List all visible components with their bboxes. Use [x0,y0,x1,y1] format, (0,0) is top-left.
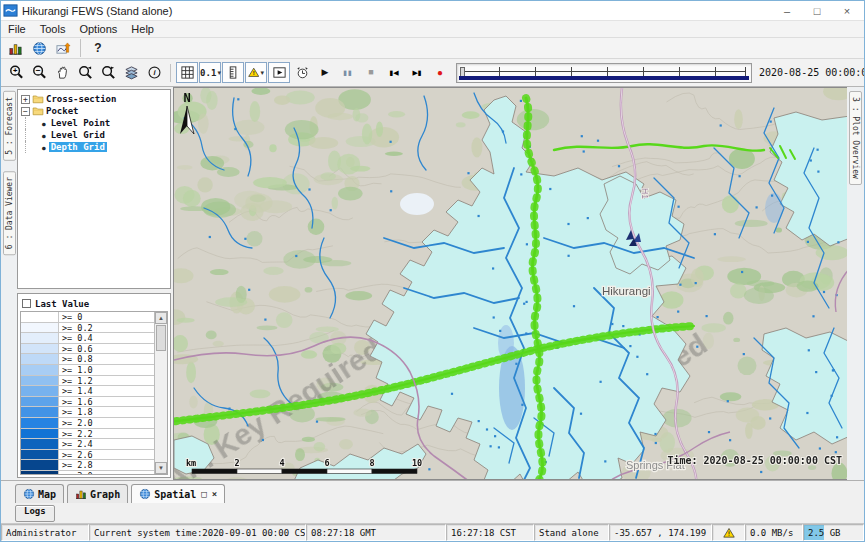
tab-map-label: Map [38,489,56,500]
zoom-previous-icon[interactable] [74,62,96,83]
map-canvas[interactable]: API Key Required API Key Required [174,88,847,480]
map-toolbar: + − i 0.1▾ !▾ ▶ ▮▮ ■ ▮◀ ▶▮ ● 2020-08-25 … [1,59,864,87]
status-memory: 2.5 GB [803,524,864,541]
tree-leaf-level-grid[interactable]: ● Level Grid [20,129,168,141]
legend-scrollbar[interactable]: ▲ ▼ [154,312,167,474]
zoom-next-icon[interactable] [97,62,119,83]
last-value-checkbox-row[interactable]: Last Value [20,296,168,311]
chevron-down-icon: ▾ [217,69,221,77]
status-transfer-rate: 0.0 MB/s [745,524,803,541]
bar-chart-icon [75,488,87,500]
tab-forecast[interactable]: 5 : Forecast [3,91,16,161]
status-warning[interactable]: ! [712,524,745,541]
record-button[interactable]: ● [429,62,451,83]
menu-file[interactable]: File [1,22,33,36]
logs-row: Logs [1,503,864,524]
expand-icon[interactable]: + [21,95,30,104]
tree-leaf-label[interactable]: Level Point [49,118,113,128]
legend-row: >= 0.2 [21,323,154,334]
legend-row: >= 0.8 [21,354,154,365]
time-slider-track [463,71,745,72]
layers-tree[interactable]: + Cross-section − Pocket ● Level Point ● [17,89,171,289]
layers-icon[interactable] [120,62,142,83]
legend-row: >= 1.4 [21,386,154,397]
tree-leaf-label-selected[interactable]: Depth Grid [49,142,107,152]
time-series-display-icon[interactable] [52,38,74,59]
grid-display-icon[interactable] [176,62,198,83]
tree-node-cross-section[interactable]: + Cross-section [20,93,168,105]
contour-threshold-dropdown[interactable]: 0.1▾ [199,62,221,83]
tree-node-pocket[interactable]: − Pocket [20,105,168,117]
skip-to-start-button[interactable]: ▮◀ [383,62,405,83]
tree-leaf-level-point[interactable]: ● Level Point [20,117,168,129]
legend-swatch [21,344,59,354]
zoom-out-icon[interactable]: − [28,62,50,83]
logs-button[interactable]: Logs [15,505,55,522]
scroll-up-icon[interactable]: ▲ [155,312,167,324]
legend-row: >= 0.6 [21,344,154,355]
map-viewport[interactable]: API Key Required API Key Required [173,87,847,480]
globe-icon [23,488,35,500]
thresholds-warning-dropdown[interactable]: !▾ [245,62,267,83]
scroll-thumb[interactable] [156,325,166,351]
tab-plot-overview[interactable]: 3 : Plot Overview [849,91,862,185]
pan-icon[interactable] [51,62,73,83]
menu-tools[interactable]: Tools [33,22,73,36]
skip-to-end-button[interactable]: ▶▮ [406,62,428,83]
tab-data-viewer[interactable]: 6 : Data Viewer [3,171,16,255]
menu-help[interactable]: Help [124,22,161,36]
tab-spatial[interactable]: Spatial □ × [131,484,225,503]
animation-icon[interactable] [268,62,290,83]
help-icon[interactable]: ? [87,38,109,59]
tree-leaf-depth-grid[interactable]: ● Depth Grid [20,141,168,153]
toolbar-separator [80,39,81,57]
legend-row: >= 2.4 [21,439,154,450]
tree-node-label[interactable]: Pocket [44,106,81,116]
time-step-icon[interactable] [291,62,313,83]
left-tab-strip: 5 : Forecast 6 : Data Viewer [1,87,17,480]
spatial-display-icon[interactable] [28,38,50,59]
left-panel: + Cross-section − Pocket ● Level Point ● [17,87,173,480]
tab-close-icon[interactable]: × [212,489,217,499]
legend-swatch [21,365,59,375]
tree-connector [25,129,39,141]
tree-node-label[interactable]: Cross-section [44,94,118,104]
tree-leaf-label[interactable]: Level Grid [49,130,107,140]
explorer-icon[interactable] [4,38,26,59]
legend-label: >= 0.4 [59,333,154,343]
legend-label: >= 2.2 [59,429,154,439]
town-label: Hikurangi [602,285,651,297]
stop-button[interactable]: ■ [360,62,382,83]
tab-graph[interactable]: Graph [67,484,128,503]
time-slider[interactable] [456,63,752,83]
content-area: 5 : Forecast 6 : Data Viewer + Cross-sec… [1,87,864,481]
info-icon[interactable]: i [143,62,165,83]
bottom-tab-bar: Map Graph Spatial □ × [1,481,864,503]
legend-row: >= 0 [21,312,154,323]
legend-row: >= 1.8 [21,407,154,418]
scroll-down-icon[interactable]: ▼ [155,462,167,474]
pause-button[interactable]: ▮▮ [337,62,359,83]
legend-label: >= 1.0 [59,365,154,375]
legend-toggle-icon[interactable] [222,62,244,83]
status-bar: Administrator Current system time:2020-0… [1,524,864,541]
maximize-button[interactable]: □ [802,2,832,20]
legend-row: >= 2.8 [21,460,154,471]
legend-label: >= 0.2 [59,323,154,333]
menu-options[interactable]: Options [72,22,124,36]
tab-maximize-icon[interactable]: □ [201,489,206,499]
svg-text:km: km [186,458,196,468]
minimize-button[interactable]: – [772,2,802,20]
collapse-icon[interactable]: − [21,107,30,116]
tab-map[interactable]: Map [15,484,64,503]
zoom-in-icon[interactable]: + [5,62,27,83]
bullet-icon: ● [42,144,46,151]
legend-label: >= 1.8 [59,407,154,417]
close-button[interactable]: × [832,2,862,20]
toolbar-separator [170,64,171,82]
legend-label: >= 0.6 [59,344,154,354]
play-button[interactable]: ▶ [314,62,336,83]
status-mode: Stand alone [534,524,609,541]
legend-rows: >= 0 >= 0.2 >= 0.4 >= 0.6 >= 0.8 >= 1.0 … [21,312,154,474]
last-value-checkbox[interactable] [22,299,31,308]
